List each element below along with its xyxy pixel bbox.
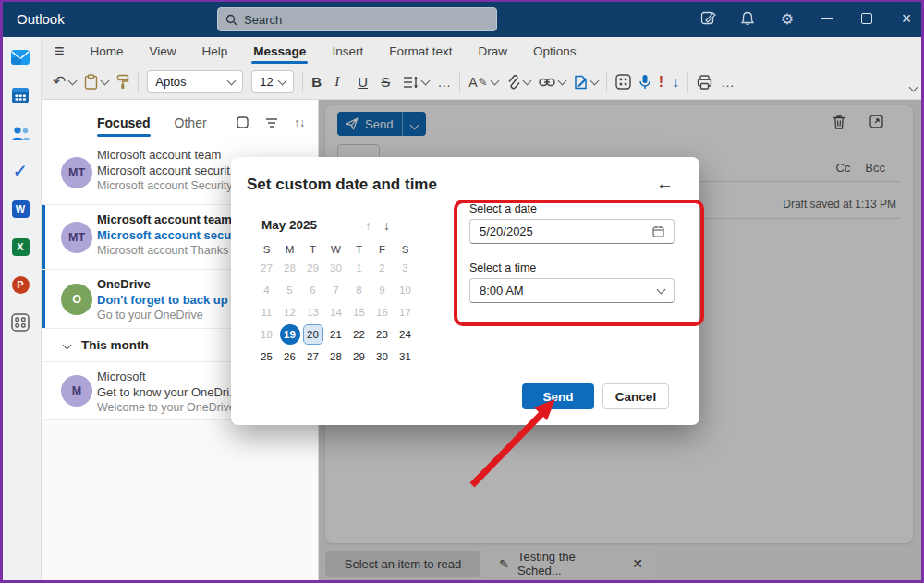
tab-home[interactable]: Home [78, 37, 137, 65]
tab-options[interactable]: Options [520, 37, 590, 65]
calendar-date-cell[interactable]: 11 [255, 301, 278, 323]
maximize-button[interactable] [858, 10, 875, 27]
format-painter-button[interactable] [116, 74, 129, 90]
tab-message[interactable]: Message [240, 37, 319, 65]
calendar-day-header: T [347, 242, 371, 257]
paste-button[interactable] [84, 74, 108, 90]
search-placeholder: Search [244, 13, 282, 27]
calendar-date-cell[interactable]: 28 [278, 257, 301, 279]
low-importance-button[interactable]: ↓ [672, 74, 679, 91]
tab-draw[interactable]: Draw [465, 37, 520, 65]
calendar-date-cell[interactable]: 21 [324, 323, 347, 346]
calendar-date-cell[interactable]: 27 [255, 257, 278, 279]
more-formatting-button[interactable]: … [437, 74, 451, 90]
previous-month-icon[interactable]: ↑ [365, 218, 371, 233]
calendar-date-cell[interactable]: 13 [301, 301, 324, 323]
hamburger-menu-icon[interactable]: ≡ [55, 42, 65, 61]
more-apps-icon[interactable] [9, 311, 31, 334]
dialog-cancel-button[interactable]: Cancel [602, 383, 669, 409]
calendar-date-cell[interactable]: 30 [324, 257, 347, 279]
minimize-button[interactable] [819, 10, 835, 27]
calendar-date-cell[interactable]: 2 [371, 257, 394, 279]
notifications-bell-icon[interactable] [739, 10, 756, 27]
print-button[interactable] [697, 75, 712, 90]
tab-focused[interactable]: Focused [97, 115, 151, 130]
calendar-date-cell[interactable]: 30 [371, 346, 394, 368]
calendar-date-cell[interactable]: 27 [301, 346, 324, 368]
calendar-date-cell[interactable]: 23 [371, 323, 394, 346]
back-arrow-icon[interactable]: ← [656, 174, 674, 194]
calendar-icon[interactable] [9, 84, 31, 106]
calendar-date-cell[interactable]: 29 [301, 257, 324, 279]
select-messages-icon[interactable] [237, 116, 249, 129]
underline-button[interactable]: U [358, 74, 372, 90]
italic-button[interactable]: I [334, 74, 349, 90]
calendar-date-cell[interactable]: 24 [394, 323, 417, 346]
calendar-date-cell[interactable]: 22 [347, 323, 371, 346]
line-spacing-button[interactable] [404, 76, 429, 89]
calendar-date-cell[interactable]: 8 [347, 279, 371, 301]
tab-help[interactable]: Help [189, 37, 241, 65]
calendar-date-cell[interactable]: 31 [394, 346, 417, 368]
font-size-select[interactable]: 12 [251, 70, 294, 93]
avatar: M [61, 375, 92, 407]
insert-link-button[interactable] [539, 78, 565, 87]
excel-icon[interactable]: X [9, 236, 31, 258]
editor-pen-button[interactable]: A ✎ [468, 75, 497, 90]
font-family-select[interactable]: Aptos [147, 70, 243, 93]
tab-format-text[interactable]: Format text [376, 37, 465, 65]
filter-icon[interactable] [265, 117, 278, 128]
calendar-date-cell[interactable]: 25 [255, 346, 278, 368]
empty-list-area [42, 420, 318, 580]
more-options-button[interactable]: … [721, 74, 735, 90]
date-input[interactable]: 5/20/2025 [469, 219, 675, 244]
calendar-date-cell[interactable]: 10 [394, 279, 417, 301]
undo-button[interactable]: ↶ [53, 72, 76, 91]
chevron-down-icon [63, 341, 72, 350]
apps-grid-button[interactable] [615, 74, 631, 90]
calendar-date-cell[interactable]: 4 [255, 279, 278, 301]
powerpoint-icon[interactable]: P [9, 273, 31, 296]
search-input[interactable]: Search [217, 7, 497, 31]
todo-icon[interactable]: ✓ [9, 160, 31, 182]
dialog-send-button[interactable]: Send [522, 383, 594, 409]
calendar-date-cell[interactable]: 19 [278, 323, 301, 346]
calendar-date-cell[interactable]: 20 [301, 323, 324, 346]
avatar: MT [61, 222, 92, 253]
calendar-date-cell[interactable]: 29 [347, 346, 371, 368]
calendar-date-cell[interactable]: 15 [347, 301, 371, 323]
calendar-date-cell[interactable]: 7 [324, 279, 347, 301]
sort-icon[interactable]: ↑↓ [294, 116, 305, 129]
dictate-microphone-icon[interactable] [639, 74, 650, 90]
calendar-date-cell[interactable]: 28 [324, 346, 347, 368]
next-month-icon[interactable]: ↓ [383, 218, 390, 233]
tab-insert[interactable]: Insert [319, 37, 376, 65]
time-dropdown[interactable]: 8:00 AM [469, 278, 675, 303]
calendar-date-cell[interactable]: 17 [394, 301, 417, 323]
calendar-date-cell[interactable]: 5 [278, 279, 301, 301]
settings-gear-icon[interactable]: ⚙ [779, 10, 796, 27]
calendar-date-cell[interactable]: 3 [394, 257, 417, 279]
strikethrough-button[interactable]: S [381, 74, 395, 90]
word-icon[interactable]: W [9, 198, 31, 220]
signature-button[interactable] [574, 75, 598, 90]
bold-button[interactable]: B [311, 74, 326, 90]
calendar-date-cell[interactable]: 6 [301, 279, 324, 301]
tab-other[interactable]: Other [175, 115, 207, 130]
attach-file-button[interactable] [506, 75, 530, 90]
calendar-date-cell[interactable]: 14 [324, 301, 347, 323]
calendar-date-cell[interactable]: 9 [371, 279, 394, 301]
avatar: O [61, 284, 92, 315]
calendar-date-cell[interactable]: 16 [371, 301, 394, 323]
date-picker-calendar-icon [652, 225, 664, 237]
feedback-icon[interactable] [699, 10, 716, 27]
high-importance-button[interactable]: ! [659, 74, 663, 91]
calendar-date-cell[interactable]: 1 [347, 257, 371, 279]
people-icon[interactable] [9, 122, 31, 144]
tab-view[interactable]: View [137, 37, 189, 65]
calendar-date-cell[interactable]: 12 [278, 301, 301, 323]
mail-icon[interactable] [9, 46, 31, 68]
close-button[interactable]: × [898, 10, 915, 27]
calendar-date-cell[interactable]: 26 [278, 346, 301, 368]
calendar-date-cell[interactable]: 18 [255, 323, 278, 346]
